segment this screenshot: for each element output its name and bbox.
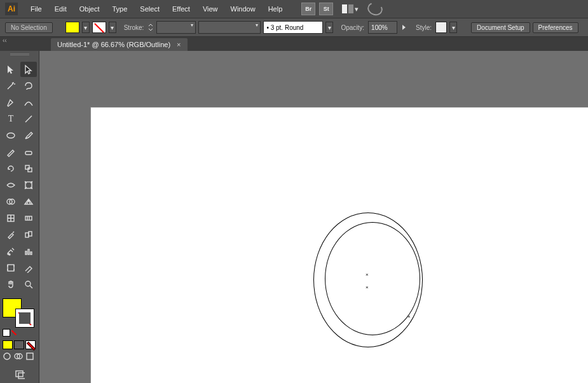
lasso-tool[interactable]	[20, 78, 37, 94]
perspective-tool[interactable]	[20, 194, 37, 209]
svg-rect-1	[25, 151, 32, 155]
svg-point-17	[25, 281, 31, 286]
paintbrush-tool[interactable]	[20, 128, 37, 143]
selection-tool[interactable]	[3, 62, 19, 77]
fill-swatch[interactable]	[65, 22, 79, 33]
eraser-tool[interactable]	[20, 144, 37, 160]
line-tool[interactable]	[20, 111, 37, 127]
panel-grip[interactable]	[10, 53, 29, 59]
svg-rect-8	[25, 216, 32, 220]
artboard[interactable]: × × ×	[90, 107, 588, 383]
fill-swatch-menu[interactable]: ▾	[82, 22, 90, 33]
default-fill-stroke-icon[interactable]	[3, 329, 10, 337]
svg-point-18	[4, 353, 10, 359]
stroke-weight-stepper[interactable]	[147, 22, 154, 32]
svg-rect-15	[31, 252, 32, 254]
pen-tool[interactable]	[3, 95, 19, 110]
document-setup-button[interactable]: Document Setup	[471, 22, 530, 33]
magic-wand-tool[interactable]	[3, 78, 19, 94]
draw-normal-icon[interactable]	[3, 352, 13, 362]
bridge-icon[interactable]: Br	[301, 3, 315, 15]
rotate-tool[interactable]	[3, 161, 19, 176]
menu-select[interactable]: Select	[133, 3, 166, 15]
svg-rect-23	[18, 373, 25, 379]
svg-rect-10	[29, 232, 32, 236]
eyedropper-tool[interactable]	[3, 227, 19, 242]
svg-rect-9	[25, 233, 29, 237]
fill-stroke-control[interactable]	[3, 298, 34, 328]
app-logo: Ai	[5, 3, 18, 15]
brush-definition[interactable]: • 3 pt. Round	[263, 21, 323, 34]
document-tab-label: Untitled-1* @ 66.67% (RGB/Outline)	[57, 41, 170, 48]
svg-rect-21	[27, 353, 33, 359]
slice-tool[interactable]	[20, 260, 37, 275]
close-tab-icon[interactable]: ×	[177, 41, 181, 48]
symbol-sprayer-tool[interactable]	[3, 244, 19, 259]
menu-file[interactable]: File	[24, 3, 48, 15]
sync-icon[interactable]	[366, 0, 385, 17]
svg-point-12	[9, 254, 10, 255]
draw-inside-icon[interactable]	[25, 352, 36, 362]
menu-help[interactable]: Help	[262, 3, 289, 15]
color-mode-color[interactable]	[3, 340, 13, 349]
variable-width-profile[interactable]	[198, 21, 261, 34]
menu-type[interactable]: Type	[106, 3, 134, 15]
screen-mode-icon[interactable]	[12, 368, 27, 381]
center-point: ×	[366, 284, 369, 290]
width-tool[interactable]	[3, 178, 19, 193]
tools-panel: T	[0, 51, 39, 383]
panel-collapse-icon[interactable]: ‹‹	[3, 37, 7, 44]
type-tool[interactable]: T	[3, 111, 19, 127]
svg-point-0	[7, 133, 15, 138]
menu-object[interactable]: Object	[73, 3, 106, 15]
free-transform-tool[interactable]	[20, 178, 37, 193]
hand-tool[interactable]	[3, 277, 19, 292]
draw-behind-icon[interactable]	[14, 352, 24, 362]
ellipse-inner[interactable]	[325, 222, 420, 335]
menu-effect[interactable]: Effect	[166, 3, 196, 15]
curvature-tool[interactable]	[20, 95, 37, 110]
stroke-weight-dropdown[interactable]	[156, 21, 196, 34]
color-mode-none[interactable]	[25, 340, 36, 349]
blend-tool[interactable]	[20, 227, 37, 242]
menu-view[interactable]: View	[196, 3, 224, 15]
document-tab[interactable]: Untitled-1* @ 66.67% (RGB/Outline) ×	[51, 38, 188, 51]
gradient-tool[interactable]	[20, 211, 37, 226]
brush-definition-menu[interactable]: ▾	[325, 22, 333, 33]
swap-fill-stroke-icon[interactable]	[11, 329, 17, 335]
selection-state: No Selection	[5, 22, 53, 33]
color-mode-gradient[interactable]	[14, 340, 24, 349]
direct-selection-tool[interactable]	[20, 62, 37, 77]
svg-rect-16	[8, 265, 14, 271]
style-swatch[interactable]	[435, 22, 447, 33]
stock-icon[interactable]: St	[319, 3, 333, 15]
workspace-switcher[interactable]	[342, 4, 353, 13]
stroke-swatch[interactable]	[92, 22, 106, 33]
opacity-label: Opacity:	[341, 24, 364, 31]
zoom-tool[interactable]	[20, 277, 37, 292]
style-menu[interactable]: ▾	[449, 22, 457, 33]
svg-rect-3	[28, 168, 32, 172]
anchor-point: ×	[407, 314, 411, 319]
document-tab-strip: Untitled-1* @ 66.67% (RGB/Outline) ×	[0, 37, 588, 51]
stroke-swatch-menu[interactable]: ▾	[109, 22, 116, 33]
menu-bar: Ai File Edit Object Type Select Effect V…	[0, 0, 588, 18]
mesh-tool[interactable]	[3, 211, 19, 226]
stroke-color[interactable]	[15, 309, 34, 328]
menu-edit[interactable]: Edit	[48, 3, 73, 15]
stroke-label: Stroke:	[124, 24, 144, 31]
canvas[interactable]: × × ×	[39, 51, 588, 383]
svg-rect-14	[28, 249, 29, 254]
artboard-tool[interactable]	[3, 260, 19, 275]
column-graph-tool[interactable]	[20, 244, 37, 259]
opacity-value[interactable]: 100%	[371, 24, 388, 31]
menu-window[interactable]: Window	[224, 3, 262, 15]
scale-tool[interactable]	[20, 161, 37, 176]
ellipse-tool[interactable]	[3, 128, 19, 143]
center-point: ×	[366, 272, 369, 277]
style-label: Style:	[416, 24, 432, 31]
opacity-flyout[interactable]	[402, 25, 406, 30]
preferences-button[interactable]: Preferences	[533, 22, 578, 33]
pencil-tool[interactable]	[3, 144, 19, 160]
shape-builder-tool[interactable]	[3, 194, 19, 209]
